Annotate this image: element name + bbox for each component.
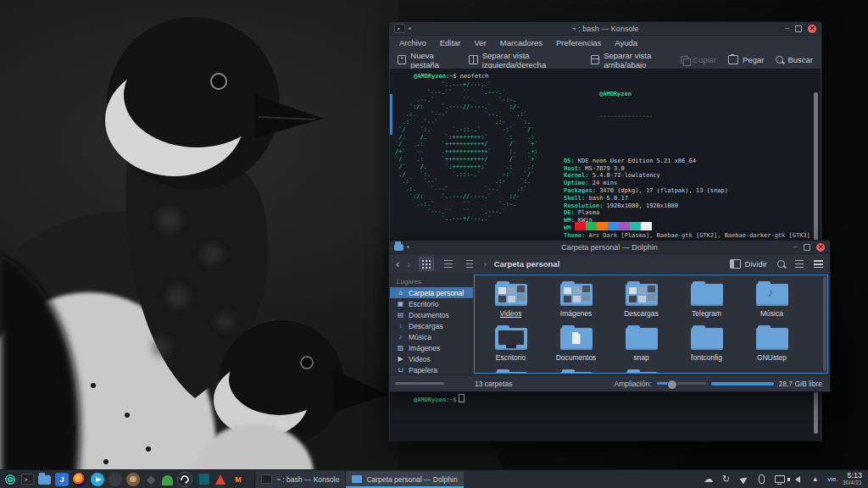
pinned-launcher-icon[interactable] — [126, 473, 140, 486]
folder-name: Videos — [500, 309, 522, 318]
folder-item[interactable]: Videos — [478, 280, 543, 324]
menu-item[interactable]: Ver — [475, 38, 487, 47]
sidebar-place-item[interactable]: ▨ Imágenes — [390, 342, 473, 353]
folder-item[interactable]: snap — [609, 324, 674, 369]
folder-icon — [495, 372, 527, 374]
folder-icon — [560, 372, 593, 374]
task-app-icon — [352, 475, 362, 483]
folder-item[interactable] — [609, 369, 674, 374]
folder-item[interactable]: fontconfig — [674, 324, 739, 369]
toolbar-button[interactable]: Pegar — [728, 55, 764, 64]
zoom-slider[interactable] — [657, 382, 706, 385]
folder-overlay — [560, 372, 593, 374]
pinned-launcher-icon[interactable]: ◆ — [144, 473, 158, 486]
menu-item[interactable]: Marcadores — [500, 38, 542, 47]
folder-item[interactable]: Imágenes — [543, 280, 609, 324]
search-icon[interactable] — [777, 260, 785, 268]
taskbar-panel: >_J◆M ~ : bash — Konsole Carpeta persona… — [0, 469, 868, 488]
pinned-launcher-icon[interactable] — [162, 475, 173, 485]
toolbar-button[interactable]: Copiar — [681, 55, 716, 64]
sidebar-place-item[interactable]: ↓ Descargas — [390, 320, 473, 331]
menu-item[interactable]: Editar — [440, 38, 461, 47]
folder-overlay — [495, 328, 527, 350]
menu-item[interactable]: Archivo — [399, 38, 426, 47]
pinned-launcher-icon[interactable]: J — [55, 473, 69, 486]
task-button[interactable]: Carpeta personal — Dolphin — [345, 471, 463, 488]
sidebar-place-item[interactable]: ♪ Música — [390, 331, 473, 342]
toolbar-button[interactable]: Separar vista izquierda/derecha — [469, 51, 577, 69]
details-view-icon — [466, 260, 473, 268]
folder-item[interactable]: Descargas — [609, 280, 674, 324]
sidebar-scrollbar[interactable] — [395, 382, 444, 385]
place-icon: ⊔ — [397, 366, 404, 374]
folder-item[interactable]: Documentos — [543, 324, 609, 369]
zoom-slider-handle[interactable] — [667, 380, 677, 390]
pinned-launcher-icon[interactable] — [38, 475, 51, 485]
folder-item[interactable]: Música — [739, 280, 804, 324]
pinned-launcher-icon[interactable]: M — [231, 473, 245, 486]
dolphin-titlebar[interactable]: Carpeta personal — Dolphin – ✕ — [389, 241, 830, 254]
folder-item[interactable]: Telegram — [674, 280, 739, 324]
view-list-button[interactable] — [442, 258, 455, 270]
sidebar-place-item[interactable]: ⌂ Carpeta personal — [390, 287, 473, 298]
konsole-titlebar[interactable]: >_ ~ : bash — Konsole – ✕ — [389, 22, 821, 36]
pinned-launcher-icon[interactable] — [214, 473, 227, 486]
menu-item[interactable]: Ayuda — [615, 38, 637, 47]
folder-view[interactable]: Videos Imágenes Descargas Telegram — [474, 274, 828, 374]
close-icon[interactable]: ✕ — [808, 25, 816, 33]
tray-icon — [795, 476, 800, 483]
pinned-launcher-icon[interactable] — [91, 473, 104, 486]
breadcrumb[interactable]: Carpeta personal — [494, 259, 560, 269]
view-grid-button[interactable] — [419, 257, 434, 271]
pinned-launcher-icon[interactable] — [108, 473, 122, 486]
hamburger-menu-icon[interactable] — [814, 260, 823, 268]
toolbar-button[interactable]: Nueva pestaña — [398, 51, 455, 69]
task-button[interactable]: ~ : bash — Konsole — [254, 471, 345, 488]
pinned-launcher-icon[interactable] — [3, 473, 17, 486]
desktop: >_ ~ : bash — Konsole – ✕ ArchivoEditarV… — [0, 0, 868, 488]
maximize-icon[interactable] — [795, 25, 802, 32]
folder-icon — [560, 328, 593, 350]
pinned-launcher-icon[interactable] — [197, 474, 209, 485]
folder-name: Telegram — [692, 309, 721, 318]
place-icon: ▣ — [397, 300, 404, 308]
maximize-icon[interactable] — [804, 244, 810, 251]
sidebar-place-item[interactable]: ▣ Escritorio — [390, 298, 473, 309]
folder-item[interactable]: GNUstep — [739, 324, 804, 369]
folder-item[interactable] — [543, 369, 609, 374]
pinned-launcher-icon[interactable] — [73, 473, 86, 486]
konsole-menubar: ArchivoEditarVerMarcadoresPreferenciasAy… — [389, 36, 821, 50]
back-icon[interactable]: ‹ — [396, 258, 399, 269]
split-icon — [730, 259, 741, 269]
folder-item[interactable]: Escritorio — [478, 324, 543, 369]
sidebar-place-item[interactable]: ▤ Documentos — [390, 309, 473, 320]
pinned-launcher-icon[interactable] — [177, 472, 192, 487]
view-details-button[interactable] — [463, 258, 476, 270]
filter-icon[interactable] — [795, 260, 804, 268]
digital-clock[interactable]: vie. 5:13 30/4/21 — [827, 472, 862, 486]
forward-icon[interactable]: › — [407, 258, 410, 269]
toolbar-button[interactable]: Buscar — [776, 55, 813, 64]
toolbar-button[interactable]: Separar vista arriba/abajo — [591, 51, 681, 69]
minimize-icon[interactable]: – — [793, 243, 798, 251]
tray-icon — [775, 475, 785, 483]
sidebar-place-item[interactable]: ⊔ Papelera — [390, 364, 473, 374]
folder-name: fontconfig — [691, 353, 722, 362]
menu-item[interactable]: Preferencias — [556, 38, 601, 47]
toolbar-button-icon — [728, 55, 738, 64]
close-icon[interactable]: ✕ — [816, 243, 825, 252]
folder-icon — [495, 284, 527, 306]
folder-overlay — [495, 372, 527, 374]
sidebar-place-item[interactable]: ▶ Videos — [390, 353, 473, 364]
terminal-cursor — [459, 394, 465, 402]
folder-name: snap — [633, 353, 648, 362]
pinned-launcher-icon[interactable]: >_ — [21, 474, 34, 485]
dolphin-window: Carpeta personal — Dolphin – ✕ ‹ › › Car… — [388, 240, 831, 392]
color-block — [586, 222, 597, 230]
dolphin-toolbar: ‹ › › Carpeta personal Dividir — [389, 254, 830, 274]
neofetch-info-line: Theme: Arc Dark [Plasma], Baebae-gtk [GT… — [564, 232, 810, 240]
split-view-button[interactable]: Dividir — [730, 259, 767, 269]
folder-item[interactable] — [478, 369, 543, 374]
minimize-icon[interactable]: – — [785, 25, 789, 32]
folder-view-scrollbar[interactable] — [823, 277, 826, 371]
